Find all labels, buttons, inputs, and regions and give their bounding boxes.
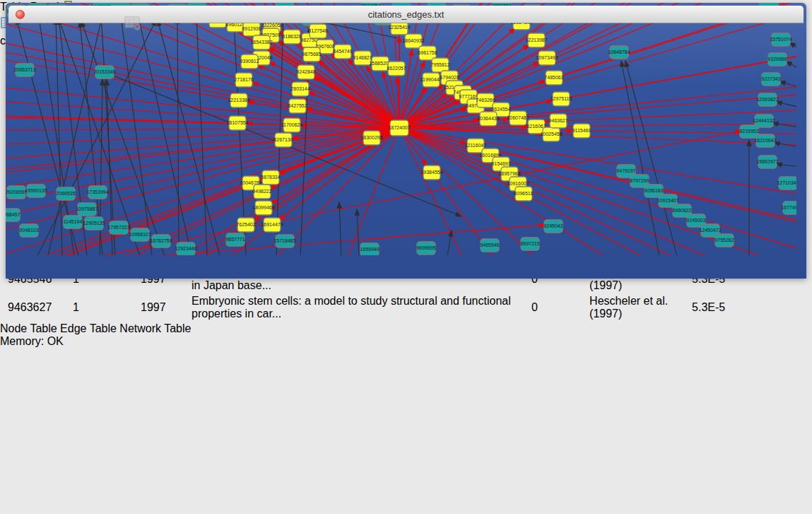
graph-node[interactable]: 2718176 [234, 73, 253, 87]
svg-text:7485063: 7485063 [544, 75, 563, 80]
graph-node[interactable]: 16774938 [781, 201, 796, 214]
graph-node[interactable]: 10973493 [536, 51, 558, 65]
graph-node[interactable]: 8912936 [242, 22, 261, 36]
graph-node[interactable]: 9048103 [19, 224, 38, 237]
graph-node[interactable]: 12905135 [83, 217, 105, 230]
svg-text:8912936: 8912936 [242, 26, 261, 31]
graph-node[interactable]: 8096518 [514, 187, 533, 201]
minimize-window-button[interactable] [30, 10, 40, 19]
graph-node[interactable]: 20364436 [477, 112, 499, 126]
graph-node[interactable]: 5878334 [261, 170, 280, 185]
svg-text:19590135: 19590135 [25, 188, 47, 193]
graph-node[interactable]: 9755282 [714, 234, 734, 247]
graph-node[interactable]: 1145194 [64, 216, 83, 228]
graph-node[interactable]: 12710345 [777, 177, 796, 189]
graph-node[interactable]: 12923448 [175, 243, 196, 255]
table-row[interactable]: 946362711997Embryonic stem cells: a mode… [1, 294, 786, 321]
graph-node[interactable]: 9245042 [543, 220, 563, 233]
svg-text:12444132: 12444132 [753, 118, 775, 123]
tab-node-table[interactable]: Node Table [0, 322, 57, 334]
graph-node[interactable]: 16543382 [250, 35, 272, 49]
close-window-button[interactable] [16, 10, 25, 19]
graph-node[interactable]: 9227343 [761, 73, 780, 86]
graph-node[interactable]: 9465546 [480, 239, 499, 252]
graph-node[interactable]: 1659949 [360, 243, 379, 255]
svg-text:3624554: 3624554 [491, 107, 510, 112]
network-canvas[interactable]: 1405572206914020691406188130410653287152… [6, 3, 806, 258]
graph-node[interactable]: 9329966 [767, 53, 787, 66]
graph-node[interactable]: 2069535 [56, 187, 75, 200]
svg-text:8960622: 8960622 [672, 208, 691, 213]
graph-node[interactable]: 15692971 [756, 156, 778, 168]
graph-node[interactable]: 17957223 [107, 221, 129, 234]
graph-node[interactable]: 9115460 [572, 124, 592, 138]
svg-text:10025458: 10025458 [540, 132, 562, 136]
graph-node[interactable]: 18099468 [252, 201, 274, 215]
graph-node[interactable]: 11990448 [420, 73, 442, 87]
graph-node[interactable]: 12975115 [551, 92, 572, 106]
graph-node[interactable]: 8127546 [308, 24, 327, 38]
graph-node[interactable]: 9498222 [252, 185, 271, 199]
graph-node[interactable]: 8186328 [282, 30, 301, 44]
svg-text:16543382: 16543382 [250, 40, 272, 45]
graph-node[interactable]: 9857771 [225, 233, 245, 246]
svg-text:8697215: 8697215 [520, 241, 539, 246]
graph-node[interactable]: 17353994 [86, 186, 108, 199]
graph-node[interactable]: 10607487 [507, 111, 529, 125]
graph-node[interactable]: 16782759 [150, 235, 172, 247]
tab-network-table[interactable]: Network Table [119, 322, 191, 334]
graph-node[interactable]: 19590135 [25, 185, 47, 197]
graph-node[interactable]: 20653713 [13, 64, 35, 76]
graph-node[interactable]: 12213987 [525, 33, 547, 47]
svg-text:17957223: 17957223 [107, 225, 129, 230]
graph-node[interactable]: 9875685 [302, 47, 321, 62]
graph-node[interactable]: 11700624 [281, 118, 303, 132]
graph-node[interactable]: 8454749 [333, 45, 352, 59]
svg-text:9479197: 9479197 [616, 168, 635, 173]
svg-text:7625402: 7625402 [236, 222, 255, 227]
graph-node[interactable]: 26206595 [6, 186, 28, 199]
graph-node[interactable]: 16210643 [754, 134, 776, 147]
graph-node[interactable]: 10958107 [129, 228, 151, 241]
svg-text:10973493: 10973493 [536, 55, 558, 60]
svg-text:9755282: 9755282 [714, 238, 734, 243]
graph-node[interactable]: 8622057 [387, 62, 406, 76]
svg-text:9245003: 9245003 [686, 218, 705, 223]
graph-node[interactable]: 9463627 [548, 114, 567, 128]
svg-text:8267130: 8267130 [273, 137, 293, 142]
graph-node[interactable]: 8215953 [739, 125, 758, 138]
svg-text:9056183: 9056183 [644, 188, 663, 193]
graph-node[interactable]: 19384554 [420, 165, 442, 180]
svg-text:18300295: 18300295 [360, 135, 382, 140]
graph-node[interactable]: 9390812 [240, 54, 259, 69]
graph-node[interactable]: 9699695 [416, 242, 435, 255]
graph-node[interactable]: 18300295 [360, 131, 382, 145]
zoom-window-button[interactable] [45, 10, 54, 19]
svg-text:6216067: 6216067 [526, 124, 546, 129]
graph-node[interactable]: 10975887 [76, 203, 98, 216]
graph-node[interactable]: 12213384 [228, 93, 249, 107]
tab-edge-table[interactable]: Edge Table [60, 322, 117, 334]
graph-node[interactable]: 8427552 [288, 99, 307, 113]
graph-node[interactable]: 7485063 [544, 71, 563, 85]
svg-text:8096518: 8096518 [514, 191, 533, 196]
graph-node[interactable]: 10025458 [540, 127, 562, 141]
svg-text:9857771: 9857771 [225, 237, 245, 242]
graph-node[interactable]: 18724007 [388, 120, 410, 136]
svg-text:10915407: 10915407 [657, 198, 678, 203]
graph-node[interactable]: 9068457 [6, 209, 20, 221]
graph-node[interactable]: 2803144 [290, 82, 310, 96]
graph-node[interactable]: 7625402 [236, 218, 255, 232]
graph-node[interactable]: 15751074 [770, 33, 792, 46]
graph-node[interactable]: 8697215 [520, 238, 539, 250]
graph-node[interactable]: 7955812 [430, 58, 449, 72]
graph-node[interactable]: 20153346 [93, 66, 115, 78]
svg-text:9465546: 9465546 [480, 243, 499, 247]
graph-node[interactable]: 12093822 [756, 93, 778, 106]
graph-node[interactable]: 9242848 [296, 65, 315, 79]
graph-node[interactable]: 8267130 [273, 133, 293, 147]
graph-node[interactable]: 18107554 [226, 116, 248, 130]
graph-node[interactable]: 10648784 [608, 46, 630, 59]
graph-node[interactable]: 15718485 [273, 235, 295, 247]
graph-node[interactable]: 16914479 [261, 218, 283, 232]
